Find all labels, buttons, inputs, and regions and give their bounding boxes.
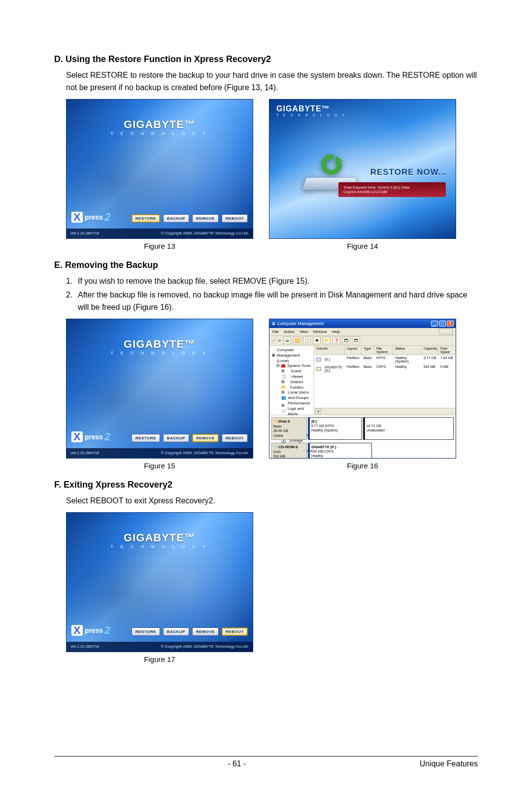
toolbar-icon[interactable]: ❓: [332, 336, 340, 344]
tree-system-tools[interactable]: ⊟ 🧰 System Tools: [271, 363, 312, 369]
menu-help[interactable]: Help: [332, 329, 340, 334]
remove-button[interactable]: REMOVE: [192, 627, 219, 636]
gigabyte-logo: GIGABYTE™: [276, 104, 346, 113]
h-scrollbar[interactable]: ◂▸: [314, 408, 456, 415]
tree-event-viewer[interactable]: ⊞ 📋 Event Viewer: [271, 369, 312, 380]
figure-16-screenshot: 🖥 Computer Management _ □ ✕ File Action …: [269, 319, 456, 459]
toolbar-icon[interactable]: 🗂: [283, 336, 291, 344]
figure-13-caption: Figure 13: [144, 242, 175, 250]
reboot-button[interactable]: REBOOT: [222, 627, 248, 636]
gigabyte-sublabel: T E C H N O L O G Y: [66, 544, 253, 549]
figure-14-caption: Figure 14: [347, 242, 378, 250]
menu-view[interactable]: View: [299, 329, 308, 334]
copyright-label: © Copyright 2005, GIGABYTE Technology Co…: [161, 231, 249, 235]
section-e-heading: E. Removing the Backup: [54, 260, 478, 270]
xpress-recovery-logo: Xpress2: [71, 211, 110, 224]
toolbar: ⇦ ⇨ 🗂 🔂 📋 ✖ 📁 ❓ 🗔 🗔: [269, 336, 456, 346]
figure-17-screenshot: GIGABYTE™ T E C H N O L O G Y Xpress2 RE…: [66, 512, 253, 652]
gigabyte-logo: GIGABYTE™: [66, 118, 253, 131]
window-titlebar: 🖥 Computer Management _ □ ✕: [269, 319, 456, 328]
volume-row[interactable]: (E:) Partition Basic NTFS Healthy (Syste…: [314, 355, 456, 364]
backup-button[interactable]: BACKUP: [163, 434, 189, 442]
disk-graphical-view: 📀Disk 0 Basic 28.50 GB Online (E:) 9.77 …: [269, 415, 456, 459]
restore-button[interactable]: RESTORE: [132, 214, 160, 223]
close-button[interactable]: ✕: [447, 321, 454, 327]
figure-14-screenshot: GIGABYTE™ T E C H N O L O G Y RESTORE NO…: [269, 99, 456, 239]
version-label: Ver.1.01.060718: [70, 231, 99, 235]
tree-panel: 🖥 Computer Management (Local) ⊟ 🧰 System…: [269, 346, 314, 415]
restore-button[interactable]: RESTORE: [132, 434, 160, 442]
volume-columns: Volume Layout Type File System Status Ca…: [314, 346, 456, 355]
toolbar-icon[interactable]: 🔂: [293, 336, 301, 344]
disk-row[interactable]: 💿CD-ROM 0 DVD 592 MB Online GIGABYTE (D:…: [271, 443, 454, 459]
section-f-body: Select REBOOT to exit Xpress Recovery2.: [66, 495, 478, 507]
backup-button[interactable]: BACKUP: [163, 214, 189, 223]
footer-divider: [54, 756, 478, 757]
xpress-recovery-logo: Xpress2: [71, 430, 110, 443]
section-d-heading: D. Using the Restore Function in Xpress …: [54, 54, 478, 65]
menu-window[interactable]: Window: [313, 329, 327, 334]
gigabyte-logo: GIGABYTE™: [66, 338, 253, 351]
figure-15-caption: Figure 15: [144, 461, 175, 470]
toolbar-icon[interactable]: 🗔: [352, 336, 360, 344]
toolbar-icon[interactable]: 🗔: [342, 336, 350, 344]
gigabyte-logo: GIGABYTE™: [66, 531, 253, 544]
copyright-label: © Copyright 2005, GIGABYTE Technology Co…: [161, 644, 249, 649]
remove-button[interactable]: REMOVE: [192, 434, 219, 442]
figure-15-screenshot: GIGABYTE™ T E C H N O L O G Y Xpress2 RE…: [66, 319, 253, 459]
tree-local-users[interactable]: ⊞ 👥 Local Users and Groups: [271, 390, 312, 401]
figure-16-caption: Figure 16: [347, 461, 378, 470]
xpress-recovery-logo: Xpress2: [71, 624, 110, 637]
toolbar-icon[interactable]: 📋: [303, 336, 311, 344]
section-e-item-2: 2. After the backup file is removed, no …: [66, 289, 478, 314]
volume-row[interactable]: GIGABYTE (D:) Partition Basic CDFS Healt…: [314, 364, 456, 374]
section-d-body: Select RESTORE to restore the backup to …: [66, 69, 478, 94]
disk-row[interactable]: 📀Disk 0 Basic 28.50 GB Online (E:) 9.77 …: [271, 417, 454, 440]
toolbar-icon[interactable]: ✖: [313, 336, 321, 344]
gigabyte-sublabel: T E C H N O L O G Y: [276, 113, 346, 117]
remove-button[interactable]: REMOVE: [192, 214, 219, 223]
menu-action[interactable]: Action: [284, 329, 295, 334]
page-number: - 61 -: [228, 759, 246, 768]
window-title: 🖥 Computer Management: [271, 321, 324, 326]
restore-button[interactable]: RESTORE: [132, 627, 160, 636]
menu-file[interactable]: File: [272, 329, 279, 334]
figure-17-caption: Figure 17: [144, 655, 175, 663]
restore-progress-bar: Total Elapsed time: 4(min):3.8(s) Data C…: [338, 182, 446, 197]
restore-now-label: RESTORE NOW...: [370, 167, 447, 177]
section-f-heading: F. Exiting Xpress Recovery2: [54, 480, 478, 490]
toolbar-icon[interactable]: 📁: [323, 336, 331, 344]
mdi-control-box[interactable]: [439, 329, 453, 334]
gigabyte-sublabel: T E C H N O L O G Y: [66, 351, 253, 356]
tree-shared-folders[interactable]: ⊞ 📂 Shared Folders: [271, 380, 312, 391]
reboot-button[interactable]: REBOOT: [222, 434, 248, 442]
gigabyte-sublabel: T E C H N O L O G Y: [66, 131, 253, 136]
tree-perf-logs[interactable]: ⊞ 📈 Performance Logs and Alerts: [271, 401, 312, 417]
reboot-button[interactable]: REBOOT: [222, 214, 248, 223]
backup-button[interactable]: BACKUP: [163, 627, 189, 636]
tree-root[interactable]: 🖥 Computer Management (Local): [271, 348, 312, 363]
figure-13-screenshot: GIGABYTE™ T E C H N O L O G Y Xpress2 RE…: [66, 99, 253, 239]
version-label: Ver.1.01.060718: [70, 644, 99, 649]
section-e-item-1: 1. If you wish to remove the backup file…: [66, 275, 478, 288]
minimize-button[interactable]: _: [431, 321, 438, 327]
menu-bar: File Action View Window Help: [269, 328, 456, 336]
footer-section-label: Unique Features: [420, 759, 478, 768]
copyright-label: © Copyright 2005, GIGABYTE Technology Co…: [161, 451, 249, 455]
version-label: Ver.1.01.060718: [70, 451, 99, 455]
maximize-button[interactable]: □: [439, 321, 446, 327]
